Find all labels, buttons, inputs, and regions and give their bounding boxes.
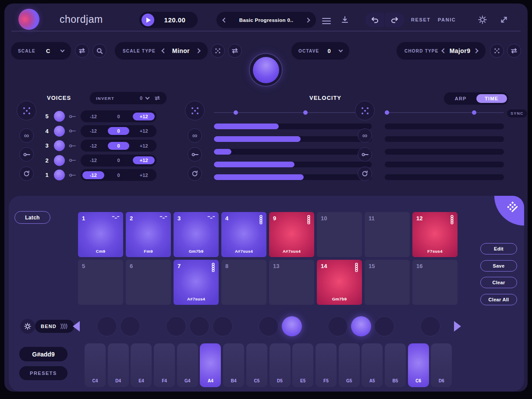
- shuffle-icon[interactable]: [154, 95, 160, 101]
- slider-handle[interactable]: [234, 110, 238, 115]
- chord-pad[interactable]: 14 Gm7b9: [317, 260, 362, 305]
- transpose-option[interactable]: +12: [133, 156, 155, 164]
- chord-pad[interactable]: 5: [78, 260, 123, 305]
- bend-toggle[interactable]: BEND: [35, 320, 74, 333]
- presets-button[interactable]: PRESETS: [19, 366, 67, 380]
- chord-type-random-button[interactable]: [490, 44, 504, 58]
- time-infinity-button[interactable]: ∞: [358, 128, 372, 143]
- preset-next-icon[interactable]: [305, 18, 310, 22]
- velocity-bar[interactable]: [214, 162, 372, 167]
- keyboard-settings-button[interactable]: [20, 319, 35, 334]
- keylink-icon[interactable]: [69, 114, 76, 119]
- chord-pad[interactable]: 1 Cm9: [78, 212, 123, 257]
- transpose-option[interactable]: +12: [133, 142, 155, 150]
- piano-key[interactable]: F5: [316, 343, 337, 387]
- voices-reset-button[interactable]: [19, 166, 34, 181]
- scroll-left-button[interactable]: [73, 321, 80, 332]
- settings-gear-icon[interactable]: [478, 15, 487, 25]
- time-bar[interactable]: [385, 162, 504, 167]
- piano-key[interactable]: A4: [200, 343, 221, 387]
- transpose-option[interactable]: -12: [82, 113, 104, 120]
- chord-pad[interactable]: 3 Gm7b9: [174, 212, 219, 257]
- pad-action-button[interactable]: Save: [480, 260, 517, 272]
- panic-button[interactable]: PANIC: [438, 17, 456, 22]
- chord-pad[interactable]: 16: [412, 260, 458, 305]
- scale-select[interactable]: SCALE C: [11, 42, 71, 60]
- chord-pad[interactable]: 2 Fm9: [126, 212, 171, 257]
- chord-type-prev-icon[interactable]: [442, 48, 447, 53]
- time-bar[interactable]: [385, 136, 504, 142]
- strum-knob[interactable]: [120, 316, 140, 336]
- piano-key[interactable]: E4: [131, 343, 152, 387]
- transpose-option[interactable]: -12: [82, 142, 104, 150]
- transpose-option[interactable]: 0: [108, 156, 130, 164]
- invert-control[interactable]: INVERT 0: [90, 92, 167, 104]
- transpose-option[interactable]: 0: [108, 142, 130, 150]
- preset-name[interactable]: Basic Progression 0..: [227, 18, 306, 23]
- time-randomize-button[interactable]: [355, 101, 375, 120]
- transpose-option[interactable]: +12: [133, 171, 155, 179]
- redo-button[interactable]: [385, 13, 404, 27]
- scale-shuffle-button[interactable]: [75, 44, 89, 58]
- bpm-display[interactable]: 120.00: [154, 16, 195, 24]
- voices-infinity-button[interactable]: ∞: [19, 128, 34, 143]
- play-button[interactable]: [142, 14, 154, 26]
- slider-handle[interactable]: [472, 110, 476, 115]
- sync-toggle[interactable]: SYNC: [507, 109, 527, 117]
- download-icon[interactable]: [340, 15, 349, 24]
- piano-key[interactable]: D6: [431, 343, 452, 387]
- strum-knob[interactable]: [259, 316, 279, 336]
- pad-action-button[interactable]: Edit: [480, 243, 517, 254]
- strum-knob[interactable]: [213, 316, 233, 336]
- chord-pad[interactable]: 9 A#7sus4: [269, 212, 314, 257]
- scroll-right-button[interactable]: [454, 321, 461, 332]
- time-bar[interactable]: [385, 149, 504, 155]
- scale-type-prev-icon[interactable]: [161, 48, 166, 53]
- chord-pad[interactable]: 6: [126, 260, 171, 305]
- piano-key[interactable]: G5: [339, 343, 360, 387]
- voice-toggle[interactable]: [54, 140, 65, 151]
- tab-time[interactable]: TIME: [476, 94, 507, 103]
- chord-type-next-icon[interactable]: [473, 48, 478, 53]
- chord-pad[interactable]: 13: [269, 260, 314, 305]
- chord-pad[interactable]: 15: [365, 260, 410, 305]
- velocity-range-slider[interactable]: [214, 110, 372, 115]
- piano-key[interactable]: F4: [154, 343, 175, 387]
- menu-icon[interactable]: [322, 16, 331, 26]
- velocity-randomize-button[interactable]: [185, 101, 205, 120]
- chord-type-shuffle-button[interactable]: [507, 44, 521, 58]
- slider-handle[interactable]: [303, 110, 308, 115]
- voice-toggle[interactable]: [54, 111, 65, 122]
- strum-knob[interactable]: [328, 316, 348, 336]
- piano-key[interactable]: B4: [223, 343, 244, 387]
- piano-key[interactable]: A5: [362, 343, 383, 387]
- chord-type-select[interactable]: CHORD TYPE Major9: [397, 42, 486, 60]
- piano-key[interactable]: D4: [108, 343, 129, 387]
- tab-arp[interactable]: ARP: [445, 94, 476, 103]
- strum-knob[interactable]: [282, 316, 302, 336]
- velocity-bar[interactable]: [214, 149, 372, 155]
- keylink-icon[interactable]: [69, 129, 76, 133]
- piano-key[interactable]: C6: [408, 343, 429, 387]
- keylink-icon[interactable]: [69, 173, 76, 177]
- velocity-reset-button[interactable]: [188, 166, 202, 181]
- time-bar[interactable]: [385, 174, 504, 180]
- time-bar[interactable]: [385, 124, 504, 129]
- strum-knob[interactable]: [189, 316, 209, 336]
- keylink-icon[interactable]: [69, 144, 76, 148]
- chord-pad[interactable]: 8: [221, 260, 266, 305]
- strum-knob[interactable]: [166, 316, 186, 336]
- transpose-option[interactable]: 0: [108, 113, 130, 120]
- transpose-option[interactable]: 0: [108, 171, 130, 179]
- velocity-infinity-button[interactable]: ∞: [188, 128, 202, 143]
- keylink-icon[interactable]: [69, 158, 76, 162]
- piano-key[interactable]: C4: [85, 343, 106, 387]
- chord-pad[interactable]: 10: [317, 212, 362, 257]
- strum-knob[interactable]: [420, 316, 440, 336]
- scale-type-select[interactable]: SCALE TYPE Minor: [115, 42, 208, 60]
- time-reset-button[interactable]: [358, 166, 372, 181]
- reset-button[interactable]: RESET: [411, 17, 431, 22]
- strum-knob[interactable]: [351, 316, 371, 336]
- piano-key[interactable]: D5: [270, 343, 291, 387]
- chord-pad[interactable]: 12 F7sus4: [412, 212, 458, 257]
